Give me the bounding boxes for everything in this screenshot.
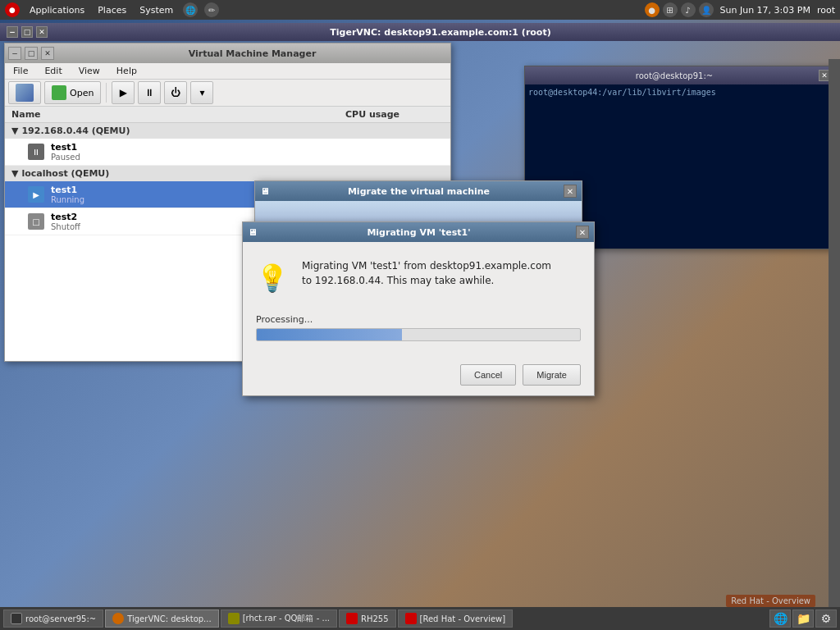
migrating-dialog-content: 💡 Migrating VM 'test1' from desktop91.ex… [243,242,594,364]
power-dropdown-button[interactable]: ▾ [190,81,213,104]
migrate-dialog-icon: 🖥 [260,186,269,197]
processing-label: Processing... [256,314,581,325]
open-icon [52,85,66,100]
vm-group-localhost-header[interactable]: ▼ localhost (QEMU) [5,166,450,181]
vmm-menubar: File Edit View Help [5,63,450,80]
taskbar-item-rhoverview[interactable]: [Red Hat - Overview] [398,609,514,628]
vm-info: test1 Paused [51,142,444,162]
open-label: Open [70,88,94,98]
taskbar-vnc-label: TigerVNC: desktop... [127,614,211,623]
network-icon[interactable]: ⊞ [663,2,678,17]
terminal-titlebar: root@desktop91:~ ✕ [525,66,835,84]
taskbar-item-rh255[interactable]: RH255 [339,609,396,628]
top-menu-system[interactable]: System [136,5,176,16]
migrating-dialog-titlebar: 🖥 Migrating VM 'test1' ✕ [243,222,594,242]
toolbar-separator [106,83,107,103]
vnc-close-button[interactable]: ✕ [36,26,48,38]
taskbar-end-icons: 🌐 📁 ⚙ [769,609,837,628]
pause-icon: ⏸ [144,87,154,98]
taskbar-rh255-label: RH255 [361,614,389,623]
taskbar-rhoverview-label: [Red Hat - Overview] [420,614,506,623]
vm-row-test1-paused[interactable]: ⏸ test1 Paused [5,139,450,166]
taskbar-chrome-button[interactable]: 🌐 [769,609,791,628]
taskbar-item-terminal[interactable]: root@server95:~ [3,609,103,628]
progress-bar [256,328,581,341]
new-vm-icon [16,84,34,102]
vmm-minimize-button[interactable]: − [8,47,21,60]
migrating-dialog-close-button[interactable]: ✕ [576,226,589,239]
vnc-content: − □ ✕ Virtual Machine Manager File Edit … [0,41,840,630]
files-taskbar-icon: 📁 [797,612,810,625]
redhat-logo-icon[interactable]: ● [5,2,20,17]
datetime-label: Sun Jun 17, 3:03 PM [720,5,810,16]
group-label: 192.168.0.44 (QEMU) [21,126,130,136]
settings-taskbar-icon: ⚙ [821,612,832,625]
vmm-titlebar: − □ ✕ Virtual Machine Manager [5,43,450,63]
group-expand-icon-2: ▼ [11,168,18,179]
rh-overview-hint: Red Hat - Overview [726,595,815,607]
vnc-window: − □ ✕ TigerVNC: desktop91.example.com:1 … [0,23,840,630]
vmm-new-button[interactable] [8,81,41,104]
vnc-scrollbar[interactable] [829,59,840,630]
browser-icon[interactable]: 🌐 [183,2,198,17]
name-column-header: Name [11,109,345,120]
taskbar-item-rar[interactable]: [rhct.rar - QQ邮箱 - ... [221,609,337,628]
terminal-path: root@desktop44:/var/lib/libvirt/images [528,88,716,97]
run-button[interactable]: ▶ [112,81,135,104]
bottom-bar: root@server95:~ TigerVNC: desktop... [rh… [0,607,840,630]
migrating-migrate-button[interactable]: Migrate [523,364,581,386]
vm-group-192: ▼ 192.168.0.44 (QEMU) ⏸ test1 Paused [5,123,450,166]
vmm-menu-view[interactable]: View [75,65,103,77]
volume-icon[interactable]: ♪ [681,2,696,17]
migrate-dialog-title: Migrate the virtual machine [274,186,564,197]
migrate-dialog-close-button[interactable]: ✕ [564,185,577,198]
desktop: ● Applications Places System 🌐 ✏ ● ⊞ ♪ 👤… [0,0,840,630]
chrome-icon[interactable]: ● [645,2,660,17]
terminal-taskbar-icon [11,613,22,624]
vmm-close-button[interactable]: ✕ [41,47,54,60]
vmm-toolbar: Open ▶ ⏸ ⏻ ▾ [5,80,450,107]
vm-list-header: Name CPU usage [5,107,450,123]
migrating-message-line1: Migrating VM 'test1' from desktop91.exam… [302,260,551,272]
vmm-menu-file[interactable]: File [10,65,31,77]
vmm-menu-help[interactable]: Help [113,65,140,77]
group-expand-icon: ▼ [11,126,18,136]
vmm-title: Virtual Machine Manager [57,48,447,59]
top-bar: ● Applications Places System 🌐 ✏ ● ⊞ ♪ 👤… [0,0,840,20]
pause-button[interactable]: ⏸ [138,81,161,104]
user-label: root [817,5,835,16]
vm-state-icon-paused: ⏸ [28,144,44,160]
top-menu-applications[interactable]: Applications [26,5,88,16]
migrating-dialog-body: 💡 Migrating VM 'test1' from desktop91.ex… [256,258,581,298]
vmm-menu-edit[interactable]: Edit [41,65,65,77]
taskbar-files-button[interactable]: 📁 [792,609,814,628]
top-bar-datetime: Sun Jun 17, 3:03 PM root [720,5,835,16]
run-icon: ▶ [120,87,127,98]
taskbar-settings-button[interactable]: ⚙ [815,609,837,628]
vmm-maximize-button[interactable]: □ [25,47,38,60]
vm-group-192-header[interactable]: ▼ 192.168.0.44 (QEMU) [5,123,450,139]
migrating-cancel-button[interactable]: Cancel [460,364,516,386]
vnc-titlebar: − □ ✕ TigerVNC: desktop91.example.com:1 … [0,23,840,41]
rhoverview-taskbar-icon [405,613,417,624]
migrating-dialog: 🖥 Migrating VM 'test1' ✕ 💡 Migrating VM … [242,221,595,396]
migrating-message-line2: to 192.168.0.44. This may take awhile. [302,275,494,286]
vm-state-icon-shutoff: □ [28,213,44,230]
power-icon: ⏻ [171,87,180,98]
edit-icon[interactable]: ✏ [204,2,219,17]
cpu-column-header: CPU usage [345,109,444,120]
group-label-2: localhost (QEMU) [21,168,109,179]
vnc-minimize-button[interactable]: − [7,26,18,38]
vnc-window-controls: − □ ✕ [7,26,48,38]
power-button[interactable]: ⏻ [164,81,187,104]
migrating-dialog-title: Migrating VM 'test1' [262,227,576,238]
top-menu-places[interactable]: Places [94,5,130,16]
top-bar-left: ● Applications Places System 🌐 ✏ [5,2,638,17]
taskbar-item-vnc[interactable]: TigerVNC: desktop... [105,609,218,628]
vm-state-icon-running: ▶ [28,186,44,203]
user-icon[interactable]: 👤 [699,2,714,17]
vmm-open-button[interactable]: Open [44,81,101,104]
vm-name: test1 [51,142,444,153]
vnc-maximize-button[interactable]: □ [21,26,33,38]
vnc-taskbar-icon [112,613,124,624]
